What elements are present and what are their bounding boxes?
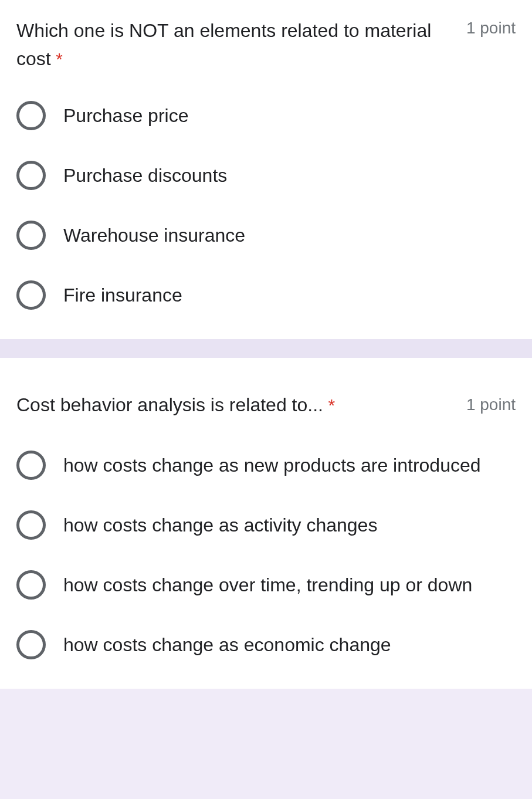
option-label: how costs change as new products are int… xyxy=(63,451,481,479)
radio-icon[interactable] xyxy=(16,161,46,190)
option-row[interactable]: how costs change as new products are int… xyxy=(16,451,516,480)
option-row[interactable]: Warehouse insurance xyxy=(16,221,516,250)
required-asterisk-icon: * xyxy=(56,49,63,69)
option-label: Warehouse insurance xyxy=(63,221,245,249)
option-row[interactable]: Fire insurance xyxy=(16,280,516,310)
option-label: how costs change as economic change xyxy=(63,631,391,659)
option-row[interactable]: Purchase discounts xyxy=(16,161,516,190)
points-label: 1 point xyxy=(466,395,516,414)
question-title: Which one is NOT an elements related to … xyxy=(16,16,457,73)
card-divider xyxy=(0,339,532,358)
option-row[interactable]: how costs change as economic change xyxy=(16,630,516,659)
radio-icon[interactable] xyxy=(16,101,46,130)
question-title: Cost behavior analysis is related to... … xyxy=(16,393,335,418)
radio-icon[interactable] xyxy=(16,221,46,250)
options-list: how costs change as new products are int… xyxy=(16,451,516,659)
option-label: how costs change over time, trending up … xyxy=(63,571,472,599)
radio-icon[interactable] xyxy=(16,630,46,659)
question-title-wrap: Which one is NOT an elements related to … xyxy=(16,16,457,73)
option-label: how costs change as activity changes xyxy=(63,511,377,539)
question-card-2: Cost behavior analysis is related to... … xyxy=(0,358,532,689)
option-row[interactable]: how costs change as activity changes xyxy=(16,510,516,540)
required-asterisk-icon: * xyxy=(328,395,335,415)
option-label: Fire insurance xyxy=(63,281,182,309)
radio-icon[interactable] xyxy=(16,510,46,540)
points-label: 1 point xyxy=(466,19,516,38)
option-label: Purchase discounts xyxy=(63,161,227,189)
question-header: Which one is NOT an elements related to … xyxy=(16,16,516,73)
radio-icon[interactable] xyxy=(16,280,46,310)
options-list: Purchase price Purchase discounts Wareho… xyxy=(16,101,516,310)
question-title-wrap: Cost behavior analysis is related to... … xyxy=(16,393,457,418)
question-title-text: Which one is NOT an elements related to … xyxy=(16,20,431,69)
option-row[interactable]: Purchase price xyxy=(16,101,516,130)
option-row[interactable]: how costs change over time, trending up … xyxy=(16,570,516,600)
radio-icon[interactable] xyxy=(16,451,46,480)
question-card-1: Which one is NOT an elements related to … xyxy=(0,0,532,339)
question-title-text: Cost behavior analysis is related to... xyxy=(16,394,323,415)
radio-icon[interactable] xyxy=(16,570,46,600)
question-header: Cost behavior analysis is related to... … xyxy=(16,393,516,418)
option-label: Purchase price xyxy=(63,101,188,130)
